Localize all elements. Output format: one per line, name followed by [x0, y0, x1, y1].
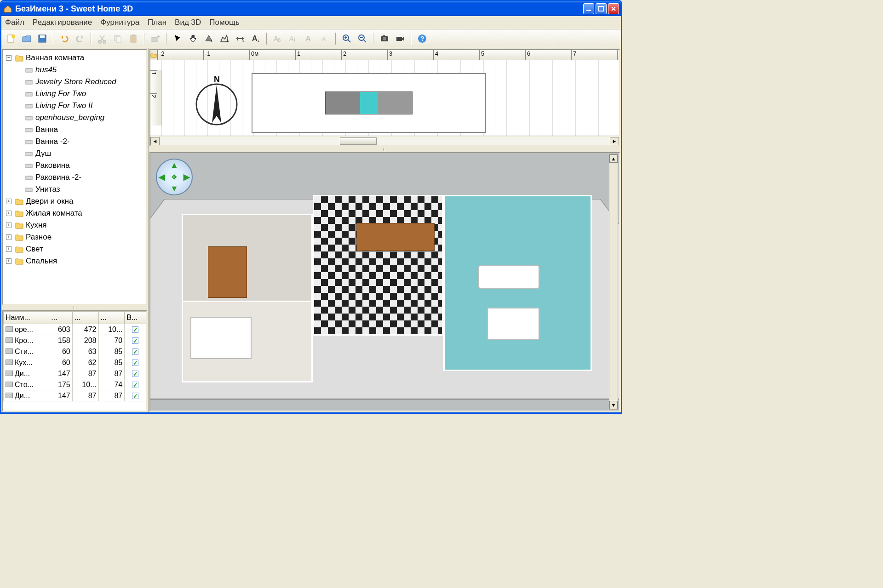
splitter-left-horizontal[interactable] [1, 306, 148, 309]
checkbox-icon[interactable]: ✓ [132, 360, 138, 366]
checkbox-icon[interactable]: ✓ [132, 326, 138, 333]
paste-button[interactable] [126, 32, 140, 46]
cell-visible[interactable]: ✓ [125, 346, 146, 357]
room-tool-button[interactable]: + [218, 32, 231, 46]
menu-help[interactable]: Помощь [209, 18, 240, 27]
catalog-folder[interactable]: +Спальня [5, 255, 144, 267]
close-button[interactable] [608, 3, 619, 14]
expand-icon[interactable]: + [6, 223, 11, 228]
scroll-thumb[interactable] [340, 137, 377, 145]
text-increase-button[interactable]: A [302, 32, 316, 46]
table-header[interactable]: В... [125, 312, 146, 324]
catalog-folder-label[interactable]: Разное [26, 233, 52, 242]
video-button[interactable] [393, 32, 407, 46]
expand-icon[interactable]: + [6, 246, 11, 252]
cell-name[interactable]: Ди... [4, 368, 49, 379]
splitter-right-horizontal[interactable] [149, 148, 621, 151]
catalog-item-label[interactable]: Jewelry Store Reduced [35, 77, 116, 86]
photo-button[interactable] [378, 32, 391, 46]
redo-button[interactable] [73, 32, 87, 46]
add-furniture-button[interactable]: + [149, 32, 162, 46]
nav-down-icon[interactable]: ▼ [170, 184, 178, 194]
menu-view3d[interactable]: Вид 3D [175, 18, 201, 27]
checkbox-icon[interactable]: ✓ [132, 393, 138, 399]
text-decrease-button[interactable]: A [318, 32, 332, 46]
cell-name[interactable]: Кро... [4, 335, 49, 346]
cell-name[interactable]: ope... [4, 324, 49, 335]
catalog-folder-label[interactable]: Свет [26, 245, 43, 254]
cell-visible[interactable]: ✓ [125, 324, 146, 335]
nav-right-icon[interactable]: ▶ [183, 172, 190, 182]
nav-pad[interactable]: ▲ ▼ ◀ ▶ ✥ [156, 159, 193, 195]
catalog-item[interactable]: openhouse_berging [5, 112, 144, 124]
cell-name[interactable]: Сто... [4, 379, 49, 390]
checkbox-icon[interactable]: ✓ [132, 382, 138, 388]
scroll-left-button[interactable]: ◄ [150, 137, 160, 145]
catalog-item[interactable]: Раковина [5, 160, 144, 171]
cell-c2[interactable]: 472 [72, 324, 98, 335]
cell-c3[interactable]: 85 [98, 357, 125, 368]
cell-visible[interactable]: ✓ [125, 390, 146, 401]
catalog-item-label[interactable]: openhouse_berging [35, 113, 104, 122]
catalog-folder-bathroom[interactable]: − Ванная комната [5, 52, 144, 64]
catalog-folder[interactable]: +Кухня [5, 219, 144, 231]
table-header[interactable]: ... [98, 312, 125, 324]
menu-furniture[interactable]: Фурнитура [100, 18, 139, 27]
table-row[interactable]: Кро...15820870✓ [4, 335, 146, 346]
catalog-folder-label[interactable]: Ванная комната [26, 53, 84, 63]
catalog-item[interactable]: Jewelry Store Reduced [5, 76, 144, 88]
table-header[interactable]: ... [49, 312, 73, 324]
text-tool-button[interactable]: A+ [249, 32, 263, 46]
scroll-up-button[interactable]: ▲ [609, 154, 618, 163]
new-button[interactable] [4, 32, 18, 46]
cell-c3[interactable]: 70 [98, 335, 125, 346]
table-row[interactable]: Сти...606385✓ [4, 346, 146, 357]
cell-c1[interactable]: 158 [49, 335, 73, 346]
checkbox-icon[interactable]: ✓ [132, 348, 138, 355]
text-bold-button[interactable]: AB [271, 32, 285, 46]
table-row[interactable]: Кух...606285✓ [4, 357, 146, 368]
plan-2d-panel[interactable]: -2-10м12345678 12 N [149, 49, 620, 147]
minimize-button[interactable] [583, 3, 594, 14]
open-button[interactable] [20, 32, 34, 46]
cell-name[interactable]: Ди... [4, 390, 49, 401]
cell-c3[interactable]: 74 [98, 379, 125, 390]
cell-c1[interactable]: 147 [49, 390, 73, 401]
catalog-item[interactable]: Ванна -2- [5, 136, 144, 148]
scroll-right-button[interactable]: ► [610, 137, 619, 145]
table-header[interactable]: Наим... [4, 312, 49, 324]
furniture-table[interactable]: Наим............В... ope...60347210...✓К… [2, 310, 147, 411]
catalog-item-label[interactable]: Раковина -2- [35, 173, 81, 182]
dimension-tool-button[interactable]: + [233, 32, 247, 46]
catalog-item[interactable]: hus45 [5, 64, 144, 76]
plan-canvas[interactable]: 12 N [150, 60, 619, 136]
catalog-item-label[interactable]: hus45 [35, 65, 57, 74]
cell-c1[interactable]: 175 [49, 379, 73, 390]
zoom-in-button[interactable] [340, 32, 354, 46]
catalog-item-label[interactable]: Ванна -2- [35, 137, 70, 146]
maximize-button[interactable] [596, 3, 607, 14]
catalog-tree[interactable]: − Ванная комната hus45Jewelry Store Redu… [2, 49, 147, 305]
catalog-folder-label[interactable]: Кухня [26, 221, 47, 230]
nav-up-icon[interactable]: ▲ [170, 160, 178, 170]
catalog-folder[interactable]: +Жилая комната [5, 207, 144, 219]
catalog-item-label[interactable]: Унитаз [35, 185, 60, 194]
catalog-folder-label[interactable]: Двери и окна [26, 197, 73, 206]
table-row[interactable]: Сто...17510...74✓ [4, 379, 146, 390]
copy-button[interactable] [111, 32, 125, 46]
cut-button[interactable] [95, 32, 109, 46]
catalog-item-label[interactable]: Раковина [35, 161, 70, 170]
catalog-item[interactable]: Ванна [5, 124, 144, 136]
scroll-down-button[interactable]: ▼ [609, 401, 618, 409]
catalog-folder[interactable]: +Двери и окна [5, 195, 144, 207]
checkbox-icon[interactable]: ✓ [132, 337, 138, 344]
menu-plan[interactable]: План [148, 18, 166, 27]
cell-c2[interactable]: 87 [72, 368, 98, 379]
table-row[interactable]: Ди...1478787✓ [4, 368, 146, 379]
table-header[interactable]: ... [72, 312, 98, 324]
undo-button[interactable] [57, 32, 71, 46]
menu-file[interactable]: Файл [5, 18, 24, 27]
catalog-item[interactable]: Раковина -2- [5, 171, 144, 183]
cell-name[interactable]: Сти... [4, 346, 49, 357]
collapse-icon[interactable]: − [6, 55, 11, 61]
